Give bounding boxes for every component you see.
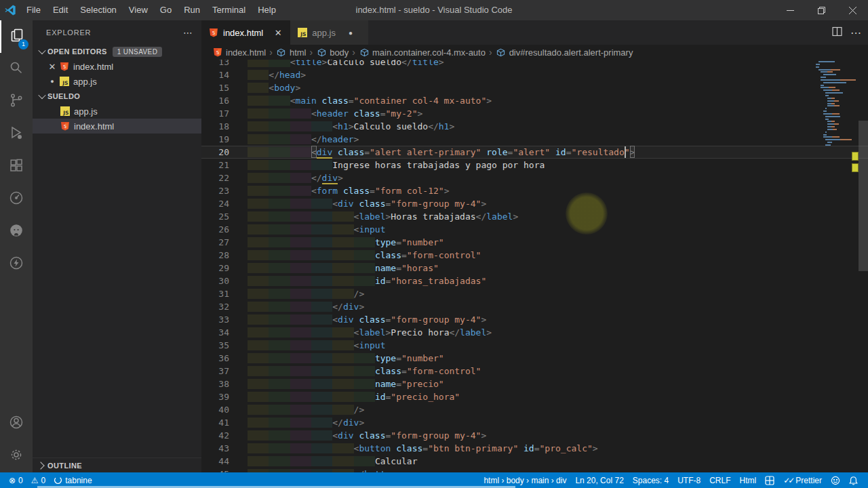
activitybar-thunder-client[interactable]: [0, 248, 33, 281]
menu-view[interactable]: View: [123, 0, 154, 20]
code-line-33[interactable]: 33 <div class="form-group my-4">: [201, 313, 868, 326]
breadcrumb-item-symbol[interactable]: body: [316, 47, 349, 58]
open-editor-item-app.js[interactable]: ●JSapp.js: [33, 74, 201, 89]
vscode-logo-icon[interactable]: [0, 0, 20, 20]
open-editor-item-index.html[interactable]: ✕5index.html: [33, 59, 201, 74]
minimize-button[interactable]: [774, 0, 806, 20]
minimap[interactable]: [814, 61, 856, 147]
restore-button[interactable]: [806, 0, 837, 20]
line-number: 24: [201, 197, 248, 210]
menu-selection[interactable]: Selection: [74, 0, 122, 20]
breadcrumb-item-file[interactable]: 5index.html: [212, 47, 266, 58]
code-line-32[interactable]: 32 </div>: [201, 300, 868, 313]
menu-run[interactable]: Run: [178, 0, 206, 20]
code-text: <form class="form col-12">: [248, 186, 449, 196]
code-line-15[interactable]: 15 <body>: [201, 81, 868, 94]
breadcrumb-item-symbol[interactable]: div#resultado.alert.alert-primary: [496, 47, 633, 58]
svg-text:JS: JS: [62, 80, 68, 86]
code-line-36[interactable]: 36 type="number": [201, 352, 868, 365]
close-icon[interactable]: ✕: [273, 28, 283, 38]
status-errors[interactable]: ⊗0: [5, 472, 26, 488]
folder-header[interactable]: SUELDO: [33, 89, 201, 104]
activitybar-search[interactable]: [0, 53, 33, 85]
tab-index.html[interactable]: 5index.html✕: [201, 20, 290, 45]
code-line-42[interactable]: 42 <div class="form-group my-4">: [201, 429, 868, 442]
code-line-43[interactable]: 43 <button class="btn btn-primary" id="p…: [201, 442, 868, 455]
tab-app.js[interactable]: JSapp.js●: [290, 20, 369, 45]
menu-edit[interactable]: Edit: [47, 0, 74, 20]
menu-help[interactable]: Help: [252, 0, 282, 20]
activity-bar: 1: [0, 20, 33, 472]
activitybar-settings[interactable]: [0, 440, 33, 472]
status-indentation[interactable]: Spaces: 4: [629, 472, 672, 488]
code-line-19[interactable]: 19 </header>: [201, 133, 868, 146]
status-cursor-position[interactable]: Ln 20, Col 72: [572, 472, 627, 488]
code-line-23[interactable]: 23 <form class="form col-12">: [201, 184, 868, 197]
code-editor[interactable]: 13 <title>Calculo sueldo</title>14 </hea…: [201, 60, 868, 472]
code-line-18[interactable]: 18 <h1>Calculo sueldo</h1>: [201, 120, 868, 133]
breadcrumb-item-symbol[interactable]: main.container.col-4.mx-auto: [359, 47, 486, 58]
activitybar-gauge[interactable]: [0, 183, 33, 216]
code-line-39[interactable]: 39 id="precio_hora": [201, 390, 868, 403]
code-line-34[interactable]: 34 <label>Precio hora</label>: [201, 326, 868, 339]
activitybar-run-debug[interactable]: [0, 118, 33, 150]
code-line-35[interactable]: 35 <input: [201, 339, 868, 352]
tree-item-index.html[interactable]: 5index.html: [33, 119, 201, 134]
dirty-dot-icon[interactable]: ●: [345, 29, 356, 37]
code-line-26[interactable]: 26 <input: [201, 223, 868, 236]
code-line-38[interactable]: 38 name="precio": [201, 378, 868, 390]
status-feedback[interactable]: [827, 472, 844, 488]
menu-go[interactable]: Go: [154, 0, 178, 20]
code-line-17[interactable]: 17 <header class="my-2">: [201, 107, 868, 120]
breadcrumb-label: body: [330, 47, 349, 58]
more-actions-icon[interactable]: ⋯: [850, 26, 861, 39]
views-more-icon[interactable]: ⋯: [183, 27, 193, 38]
editor-scrollbar[interactable]: [859, 60, 868, 472]
code-line-13[interactable]: 13 <title>Calculo sueldo</title>: [201, 60, 868, 68]
code-line-40[interactable]: 40 />: [201, 403, 868, 416]
outline-section[interactable]: OUTLINE: [33, 458, 201, 472]
code-line-37[interactable]: 37 class="form-control": [201, 365, 868, 378]
code-line-25[interactable]: 25 <label>Horas trabajadas</label>: [201, 210, 868, 223]
code-line-21[interactable]: 21 Ingrese horas trabajadas y pago por h…: [201, 159, 868, 171]
split-editor-icon[interactable]: [832, 26, 842, 39]
code-line-22[interactable]: 22 </div>: [201, 171, 868, 184]
code-line-41[interactable]: 41 </div>: [201, 416, 868, 429]
menu-terminal[interactable]: Terminal: [206, 0, 252, 20]
status-browser-preview[interactable]: [762, 472, 778, 488]
close-icon[interactable]: ✕: [47, 62, 58, 72]
code-line-27[interactable]: 27 type="number": [201, 236, 868, 249]
code-text: <div class="form-group my-4">: [248, 430, 486, 441]
code-line-30[interactable]: 30 id="horas_trabajadas": [201, 274, 868, 287]
activitybar-account[interactable]: [0, 407, 33, 440]
code-line-24[interactable]: 24 <div class="form-group my-4">: [201, 197, 868, 210]
code-line-14[interactable]: 14 </head>: [201, 68, 868, 81]
file-label: app.js: [73, 77, 97, 87]
menu-file[interactable]: File: [20, 0, 47, 20]
code-text: class="form-control": [248, 366, 481, 376]
activitybar-github[interactable]: [0, 216, 33, 248]
tree-item-app.js[interactable]: JSapp.js: [33, 104, 201, 119]
code-line-44[interactable]: 44 Calcular: [201, 455, 868, 468]
breadcrumb-item-symbol[interactable]: html: [276, 47, 307, 58]
code-line-29[interactable]: 29 name="horas": [201, 262, 868, 274]
code-line-31[interactable]: 31 />: [201, 287, 868, 300]
line-number: 21: [201, 159, 248, 171]
scrollbar-thumb[interactable]: [859, 121, 868, 271]
status-notifications[interactable]: [846, 472, 861, 488]
open-editors-header[interactable]: OPEN EDITORS 1 UNSAVED: [33, 44, 201, 59]
status-prettier[interactable]: ✓✓Prettier: [780, 472, 825, 488]
code-line-45[interactable]: 45 </button>: [201, 468, 868, 472]
code-line-20[interactable]: 20 <div class="alert alert-primary" role…: [201, 146, 868, 159]
line-number: 23: [201, 184, 248, 197]
status-eol[interactable]: CRLF: [706, 472, 734, 488]
close-window-button[interactable]: [837, 0, 868, 20]
code-line-16[interactable]: 16 <main class="container col-4 mx-auto"…: [201, 94, 868, 107]
activitybar-source-control[interactable]: [0, 85, 33, 118]
status-encoding[interactable]: UTF-8: [674, 472, 704, 488]
status-language-mode[interactable]: Html: [736, 472, 760, 488]
explorer-sidebar: EXPLORER ⋯ OPEN EDITORS 1 UNSAVED ✕5inde…: [33, 20, 201, 472]
activitybar-extensions[interactable]: [0, 150, 33, 183]
activitybar-explorer[interactable]: 1: [0, 20, 33, 53]
code-line-28[interactable]: 28 class="form-control": [201, 249, 868, 262]
